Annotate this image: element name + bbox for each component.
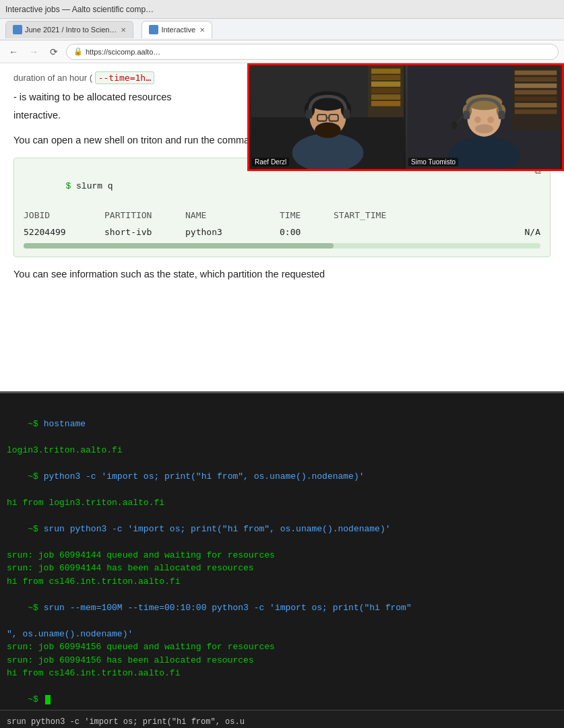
svg-rect-5 [371, 81, 400, 87]
svg-rect-19 [344, 109, 350, 118]
term-line-8: hi from csl46.int.triton.aalto.fi [7, 575, 557, 589]
video-overlay: Raef Derzl [247, 63, 564, 171]
term-line-12: srun: job 60994156 has been allocated re… [7, 654, 557, 667]
tab-favicon-2 [149, 25, 158, 34]
title-bar: Interactive jobs — Aalto scientific comp… [0, 0, 564, 19]
nav-bar: ← → ⟳ 🔒 https://scicomp.aalto… [0, 40, 564, 63]
term-line-13: hi from csl46.int.triton.aalto.fi [7, 667, 557, 680]
tab-bar: June 2021 / Intro to Scien… ✕ Interactiv… [0, 19, 564, 40]
address-bar[interactable]: 🔒 https://scicomp.aalto… [66, 44, 559, 60]
back-button[interactable]: ← [5, 44, 22, 60]
code-scrollbar[interactable] [24, 243, 540, 249]
svg-rect-3 [371, 69, 400, 74]
terminal-area[interactable]: ~$ hostname login3.triton.aalto.fi ~$ py… [0, 393, 564, 710]
video-label-1: Raef Derzl [252, 158, 289, 166]
term-line-4: hi from login3.triton.aalto.fi [7, 496, 557, 510]
svg-rect-28 [515, 103, 557, 108]
term-line-6: srun: job 60994144 queued and waiting fo… [7, 549, 557, 562]
svg-point-14 [315, 123, 341, 138]
term-line-1: ~$ hostname [7, 404, 557, 444]
lock-icon: 🔒 [73, 47, 83, 56]
code-data-row: 52204499 short-ivb python3 0:00 N/A [24, 226, 540, 240]
tab-1[interactable]: June 2021 / Intro to Scien… ✕ [5, 21, 133, 38]
svg-rect-7 [371, 94, 400, 100]
code-prompt-line: $ slurm q [24, 166, 540, 206]
video-person-2: Simo Tuomisto [406, 65, 562, 169]
svg-rect-38 [464, 110, 470, 119]
bottom-panel: srun python3 -c 'import os; print("hi fr… [0, 710, 564, 728]
svg-rect-6 [371, 88, 400, 94]
video-person-1: Raef Derzl [249, 65, 406, 169]
paragraph-2: You can see information such as the stat… [13, 267, 551, 282]
svg-rect-4 [371, 75, 400, 80]
term-line-7: srun: job 60994144 has been allocated re… [7, 562, 557, 575]
tab-label-2: Interactive [161, 26, 195, 34]
tab-close-1[interactable]: ✕ [121, 26, 126, 34]
browser-content: Raef Derzl [0, 63, 564, 393]
svg-point-41 [451, 121, 457, 129]
svg-rect-29 [515, 109, 557, 114]
svg-rect-23 [515, 71, 557, 75]
tab-label-1: June 2021 / Intro to Scien… [25, 26, 117, 34]
term-line-10: ", os.uname().nodename)' [7, 628, 557, 641]
window-title: Interactive jobs — Aalto scientific comp… [5, 5, 154, 14]
term-line-3: ~$ python3 -c 'import os; print("hi from… [7, 457, 557, 496]
svg-rect-26 [515, 90, 557, 95]
scrollbar-thumb [24, 243, 334, 249]
bottom-line-1: srun python3 -c 'import os; print("hi fr… [7, 716, 557, 728]
term-line-11: srun: job 60994156 queued and waiting fo… [7, 640, 557, 654]
term-line-5: ~$ srun python3 -c 'import os; print("hi… [7, 509, 557, 549]
term-line-2: login3.triton.aalto.fi [7, 444, 557, 457]
svg-point-36 [487, 117, 494, 123]
video-label-2: Simo Tuomisto [408, 158, 458, 166]
cursor [45, 695, 51, 704]
svg-rect-25 [515, 84, 557, 88]
svg-rect-39 [499, 110, 505, 119]
tab-2[interactable]: Interactive ✕ [142, 21, 212, 38]
svg-rect-24 [515, 77, 557, 81]
tab-favicon-1 [13, 25, 22, 34]
svg-rect-8 [371, 101, 400, 106]
svg-rect-18 [306, 109, 313, 118]
tab-close-2[interactable]: ✕ [199, 26, 205, 34]
svg-point-37 [475, 125, 493, 133]
term-line-14: ~$ [7, 680, 557, 710]
address-text: https://scicomp.aalto… [86, 48, 160, 56]
forward-button[interactable]: → [26, 44, 42, 60]
reload-button[interactable]: ⟳ [46, 44, 62, 60]
code-header: JOBID PARTITION NAME TIME START_TIME [24, 209, 540, 223]
svg-point-35 [474, 117, 481, 123]
term-line-9: ~$ srun --mem=100M --time=00:10:00 pytho… [7, 588, 557, 628]
code-block: ⧉ $ slurm q JOBID PARTITION NAME TIME ST… [13, 158, 551, 257]
svg-rect-27 [515, 96, 557, 101]
